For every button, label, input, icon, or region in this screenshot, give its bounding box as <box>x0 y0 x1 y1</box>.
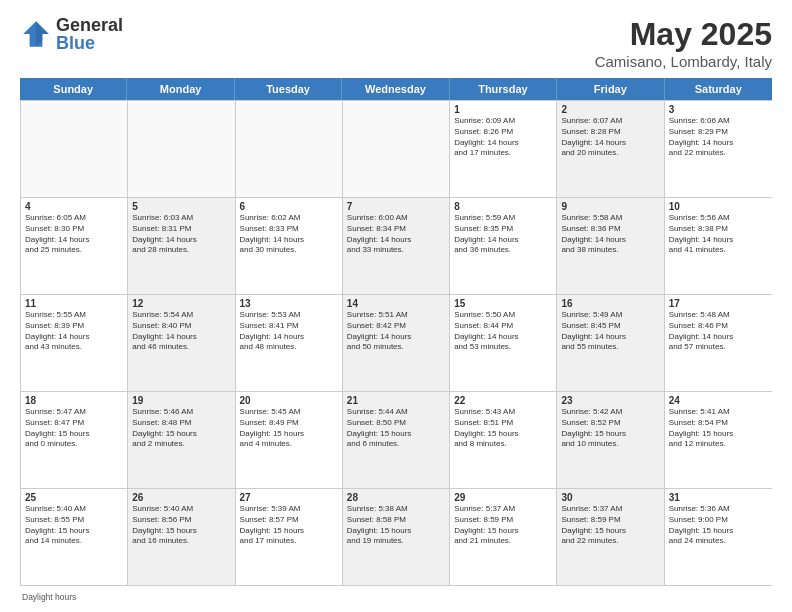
day-text-5: Sunrise: 6:03 AM Sunset: 8:31 PM Dayligh… <box>132 213 230 256</box>
day-cell-18: 18Sunrise: 5:47 AM Sunset: 8:47 PM Dayli… <box>21 392 128 488</box>
day-cell-19: 19Sunrise: 5:46 AM Sunset: 8:48 PM Dayli… <box>128 392 235 488</box>
day-text-26: Sunrise: 5:40 AM Sunset: 8:56 PM Dayligh… <box>132 504 230 547</box>
day-cell-1: 1Sunrise: 6:09 AM Sunset: 8:26 PM Daylig… <box>450 101 557 197</box>
header-day-friday: Friday <box>557 78 664 100</box>
title-location: Camisano, Lombardy, Italy <box>595 53 772 70</box>
day-number-1: 1 <box>454 104 552 115</box>
day-text-25: Sunrise: 5:40 AM Sunset: 8:55 PM Dayligh… <box>25 504 123 547</box>
day-cell-2: 2Sunrise: 6:07 AM Sunset: 8:28 PM Daylig… <box>557 101 664 197</box>
day-cell-7: 7Sunrise: 6:00 AM Sunset: 8:34 PM Daylig… <box>343 198 450 294</box>
day-cell-14: 14Sunrise: 5:51 AM Sunset: 8:42 PM Dayli… <box>343 295 450 391</box>
day-cell-8: 8Sunrise: 5:59 AM Sunset: 8:35 PM Daylig… <box>450 198 557 294</box>
week-row-4: 18Sunrise: 5:47 AM Sunset: 8:47 PM Dayli… <box>21 391 772 488</box>
day-cell-29: 29Sunrise: 5:37 AM Sunset: 8:59 PM Dayli… <box>450 489 557 585</box>
day-text-20: Sunrise: 5:45 AM Sunset: 8:49 PM Dayligh… <box>240 407 338 450</box>
day-text-8: Sunrise: 5:59 AM Sunset: 8:35 PM Dayligh… <box>454 213 552 256</box>
daylight-note: Daylight hours <box>20 592 772 602</box>
day-cell-28: 28Sunrise: 5:38 AM Sunset: 8:58 PM Dayli… <box>343 489 450 585</box>
header-day-tuesday: Tuesday <box>235 78 342 100</box>
day-text-1: Sunrise: 6:09 AM Sunset: 8:26 PM Dayligh… <box>454 116 552 159</box>
day-number-11: 11 <box>25 298 123 309</box>
day-cell-26: 26Sunrise: 5:40 AM Sunset: 8:56 PM Dayli… <box>128 489 235 585</box>
day-number-6: 6 <box>240 201 338 212</box>
header-day-thursday: Thursday <box>450 78 557 100</box>
header-day-sunday: Sunday <box>20 78 127 100</box>
day-cell-15: 15Sunrise: 5:50 AM Sunset: 8:44 PM Dayli… <box>450 295 557 391</box>
header-day-monday: Monday <box>127 78 234 100</box>
day-cell-25: 25Sunrise: 5:40 AM Sunset: 8:55 PM Dayli… <box>21 489 128 585</box>
day-cell-12: 12Sunrise: 5:54 AM Sunset: 8:40 PM Dayli… <box>128 295 235 391</box>
day-number-23: 23 <box>561 395 659 406</box>
day-number-26: 26 <box>132 492 230 503</box>
day-number-18: 18 <box>25 395 123 406</box>
day-number-8: 8 <box>454 201 552 212</box>
day-number-31: 31 <box>669 492 768 503</box>
day-text-13: Sunrise: 5:53 AM Sunset: 8:41 PM Dayligh… <box>240 310 338 353</box>
logo-text: General Blue <box>56 16 123 52</box>
day-text-19: Sunrise: 5:46 AM Sunset: 8:48 PM Dayligh… <box>132 407 230 450</box>
day-cell-21: 21Sunrise: 5:44 AM Sunset: 8:50 PM Dayli… <box>343 392 450 488</box>
day-text-14: Sunrise: 5:51 AM Sunset: 8:42 PM Dayligh… <box>347 310 445 353</box>
empty-cell <box>128 101 235 197</box>
svg-marker-1 <box>36 21 49 47</box>
header-day-saturday: Saturday <box>665 78 772 100</box>
day-number-20: 20 <box>240 395 338 406</box>
calendar-header: SundayMondayTuesdayWednesdayThursdayFrid… <box>20 78 772 100</box>
day-number-7: 7 <box>347 201 445 212</box>
day-number-16: 16 <box>561 298 659 309</box>
day-number-30: 30 <box>561 492 659 503</box>
calendar: SundayMondayTuesdayWednesdayThursdayFrid… <box>20 78 772 586</box>
calendar-body: 1Sunrise: 6:09 AM Sunset: 8:26 PM Daylig… <box>20 100 772 586</box>
header: General Blue May 2025 Camisano, Lombardy… <box>20 16 772 70</box>
day-text-4: Sunrise: 6:05 AM Sunset: 8:30 PM Dayligh… <box>25 213 123 256</box>
day-number-4: 4 <box>25 201 123 212</box>
day-text-21: Sunrise: 5:44 AM Sunset: 8:50 PM Dayligh… <box>347 407 445 450</box>
day-number-27: 27 <box>240 492 338 503</box>
page: General Blue May 2025 Camisano, Lombardy… <box>0 0 792 612</box>
day-text-11: Sunrise: 5:55 AM Sunset: 8:39 PM Dayligh… <box>25 310 123 353</box>
day-cell-30: 30Sunrise: 5:37 AM Sunset: 8:59 PM Dayli… <box>557 489 664 585</box>
day-number-2: 2 <box>561 104 659 115</box>
day-number-5: 5 <box>132 201 230 212</box>
day-cell-17: 17Sunrise: 5:48 AM Sunset: 8:46 PM Dayli… <box>665 295 772 391</box>
day-text-28: Sunrise: 5:38 AM Sunset: 8:58 PM Dayligh… <box>347 504 445 547</box>
day-cell-4: 4Sunrise: 6:05 AM Sunset: 8:30 PM Daylig… <box>21 198 128 294</box>
day-number-14: 14 <box>347 298 445 309</box>
day-number-19: 19 <box>132 395 230 406</box>
day-number-22: 22 <box>454 395 552 406</box>
day-number-28: 28 <box>347 492 445 503</box>
day-text-22: Sunrise: 5:43 AM Sunset: 8:51 PM Dayligh… <box>454 407 552 450</box>
day-number-25: 25 <box>25 492 123 503</box>
header-day-wednesday: Wednesday <box>342 78 449 100</box>
day-cell-10: 10Sunrise: 5:56 AM Sunset: 8:38 PM Dayli… <box>665 198 772 294</box>
day-text-10: Sunrise: 5:56 AM Sunset: 8:38 PM Dayligh… <box>669 213 768 256</box>
day-text-12: Sunrise: 5:54 AM Sunset: 8:40 PM Dayligh… <box>132 310 230 353</box>
day-text-6: Sunrise: 6:02 AM Sunset: 8:33 PM Dayligh… <box>240 213 338 256</box>
empty-cell <box>21 101 128 197</box>
day-text-7: Sunrise: 6:00 AM Sunset: 8:34 PM Dayligh… <box>347 213 445 256</box>
day-number-21: 21 <box>347 395 445 406</box>
day-text-18: Sunrise: 5:47 AM Sunset: 8:47 PM Dayligh… <box>25 407 123 450</box>
day-number-10: 10 <box>669 201 768 212</box>
day-number-12: 12 <box>132 298 230 309</box>
day-text-9: Sunrise: 5:58 AM Sunset: 8:36 PM Dayligh… <box>561 213 659 256</box>
day-cell-31: 31Sunrise: 5:36 AM Sunset: 9:00 PM Dayli… <box>665 489 772 585</box>
day-cell-16: 16Sunrise: 5:49 AM Sunset: 8:45 PM Dayli… <box>557 295 664 391</box>
day-text-16: Sunrise: 5:49 AM Sunset: 8:45 PM Dayligh… <box>561 310 659 353</box>
day-number-3: 3 <box>669 104 768 115</box>
day-text-2: Sunrise: 6:07 AM Sunset: 8:28 PM Dayligh… <box>561 116 659 159</box>
logo: General Blue <box>20 16 123 52</box>
day-cell-23: 23Sunrise: 5:42 AM Sunset: 8:52 PM Dayli… <box>557 392 664 488</box>
day-number-17: 17 <box>669 298 768 309</box>
day-cell-24: 24Sunrise: 5:41 AM Sunset: 8:54 PM Dayli… <box>665 392 772 488</box>
logo-general: General <box>56 16 123 34</box>
day-text-29: Sunrise: 5:37 AM Sunset: 8:59 PM Dayligh… <box>454 504 552 547</box>
logo-icon <box>20 18 52 50</box>
day-cell-6: 6Sunrise: 6:02 AM Sunset: 8:33 PM Daylig… <box>236 198 343 294</box>
day-cell-9: 9Sunrise: 5:58 AM Sunset: 8:36 PM Daylig… <box>557 198 664 294</box>
day-number-9: 9 <box>561 201 659 212</box>
day-cell-3: 3Sunrise: 6:06 AM Sunset: 8:29 PM Daylig… <box>665 101 772 197</box>
empty-cell <box>343 101 450 197</box>
day-cell-27: 27Sunrise: 5:39 AM Sunset: 8:57 PM Dayli… <box>236 489 343 585</box>
day-cell-5: 5Sunrise: 6:03 AM Sunset: 8:31 PM Daylig… <box>128 198 235 294</box>
